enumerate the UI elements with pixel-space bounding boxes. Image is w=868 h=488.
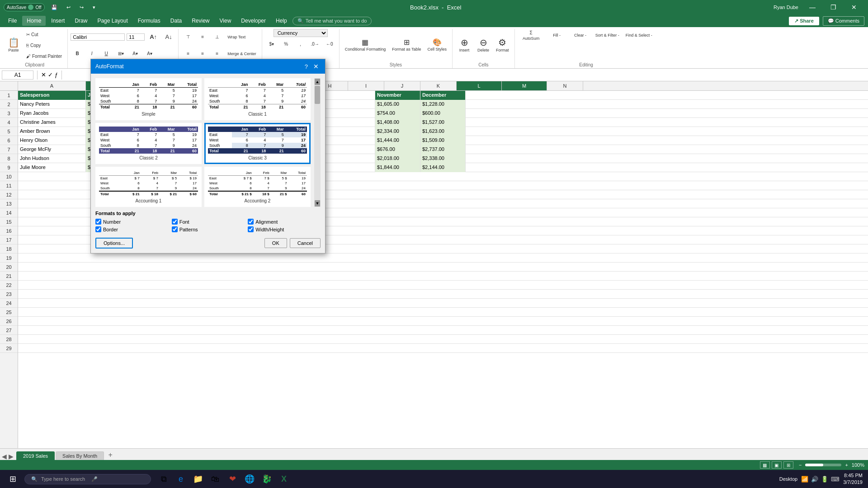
- menu-insert[interactable]: Insert: [47, 16, 69, 26]
- scroll-thumb[interactable]: [315, 86, 320, 104]
- font-checkbox-label[interactable]: Font: [172, 219, 245, 225]
- keyboard-icon[interactable]: ⌨: [831, 476, 840, 483]
- cell-m4[interactable]: $1,527.00: [420, 118, 466, 127]
- alignment-checkbox[interactable]: [248, 219, 254, 225]
- battery-icon[interactable]: 🔋: [821, 476, 828, 483]
- paste-button[interactable]: 📋 Paste: [5, 29, 23, 61]
- redo-button[interactable]: ↪: [77, 4, 86, 11]
- taskbar-explorer[interactable]: 📁: [190, 471, 206, 487]
- align-bottom-button[interactable]: ⊥: [210, 32, 224, 42]
- increase-font-button[interactable]: A↑: [146, 32, 160, 42]
- col-header-j[interactable]: J: [384, 81, 420, 90]
- cell-a1[interactable]: Salesperson: [18, 91, 86, 100]
- font-name-input[interactable]: [71, 33, 125, 41]
- scroll-up-button[interactable]: ▲: [315, 79, 320, 85]
- network-icon[interactable]: 📶: [801, 476, 808, 483]
- cell-m9[interactable]: $2,144.00: [420, 163, 466, 172]
- page-break-view-button[interactable]: ⊞: [783, 461, 793, 469]
- tell-me-input[interactable]: 🔍 Tell me what you want to do: [292, 17, 372, 25]
- undo-button[interactable]: ↩: [64, 4, 73, 11]
- font-checkbox[interactable]: [172, 219, 178, 225]
- align-center-button[interactable]: ≡: [196, 49, 209, 59]
- cell-m7[interactable]: $2,737.00: [420, 145, 466, 154]
- scroll-tabs-right[interactable]: ▶: [9, 453, 14, 460]
- dialog-close-button[interactable]: ✕: [311, 62, 321, 71]
- align-top-button[interactable]: ⊤: [181, 32, 195, 42]
- percent-btn[interactable]: %: [279, 39, 293, 49]
- cancel-formula-button[interactable]: ✕: [41, 71, 46, 78]
- cell-m5[interactable]: $1,623.00: [420, 127, 466, 136]
- format-option-accounting1[interactable]: JanFebMarTotal East$ 7$ 7$ 5$ 19 West647…: [95, 167, 202, 207]
- increase-decimal-btn[interactable]: .0→: [308, 39, 322, 49]
- insert-button[interactable]: ⊕ Insert: [455, 29, 473, 61]
- alignment-checkbox-label[interactable]: Alignment: [248, 219, 321, 225]
- col-header-a[interactable]: A: [18, 81, 86, 90]
- format-option-classic2[interactable]: JanFebMarTotal East77519 West64717 South…: [95, 123, 202, 164]
- decrease-font-button[interactable]: A↓: [162, 32, 175, 42]
- border-checkbox[interactable]: [95, 226, 101, 232]
- taskbar-edge[interactable]: e: [173, 471, 189, 487]
- menu-help[interactable]: Help: [271, 16, 292, 26]
- menu-developer[interactable]: Developer: [236, 16, 270, 26]
- options-button[interactable]: Options...: [95, 238, 133, 249]
- taskbar-task-view[interactable]: ⧉: [156, 471, 172, 487]
- cut-button[interactable]: ✂ Cut: [24, 29, 65, 39]
- dialog-help-button[interactable]: ?: [305, 63, 308, 70]
- cell-l4[interactable]: $1,408.00: [375, 118, 420, 127]
- delete-button[interactable]: ⊖ Delete: [474, 29, 492, 61]
- cancel-button[interactable]: Cancel: [290, 238, 321, 248]
- number-checkbox-label[interactable]: Number: [95, 219, 168, 225]
- autoformat-dialog[interactable]: AutoFormat ? ✕ JanFebMarTotal: [90, 59, 326, 253]
- number-format-select[interactable]: Currency General Number Percentage: [274, 29, 328, 37]
- merge-center-button[interactable]: Merge & Center: [225, 49, 259, 59]
- underline-button[interactable]: U: [99, 49, 113, 59]
- zoom-in-button[interactable]: +: [845, 462, 848, 468]
- cell-m2[interactable]: $1,228.00: [420, 100, 466, 109]
- menu-page-layout[interactable]: Page Layout: [93, 16, 132, 26]
- comments-button[interactable]: 💬 Comments: [823, 16, 864, 26]
- number-checkbox[interactable]: [95, 219, 101, 225]
- zoom-slider[interactable]: [805, 464, 841, 466]
- cell-a7[interactable]: George McFly: [18, 145, 86, 154]
- patterns-checkbox-label[interactable]: Patterns: [172, 226, 245, 232]
- taskbar-search[interactable]: 🔍 Type here to search 🎤: [24, 474, 151, 484]
- cell-a2[interactable]: Nancy Peters: [18, 100, 86, 109]
- normal-view-button[interactable]: ▦: [760, 461, 770, 469]
- format-as-table-button[interactable]: ⊞ Format as Table: [389, 29, 424, 61]
- format-option-classic1[interactable]: JanFebMarTotal East77519 West64717 South…: [204, 78, 311, 120]
- cell-a8[interactable]: John Hudson: [18, 154, 86, 163]
- taskbar-excel[interactable]: X: [276, 471, 292, 487]
- minimize-button[interactable]: ―: [802, 0, 823, 14]
- cell-styles-button[interactable]: 🎨 Cell Styles: [425, 29, 450, 61]
- dialog-scrollbar[interactable]: ▲ ▼: [314, 78, 321, 207]
- customize-qat-button[interactable]: ▾: [90, 4, 98, 11]
- restore-button[interactable]: ❐: [823, 0, 844, 14]
- cell-reference-input[interactable]: [2, 70, 33, 80]
- cell-l8[interactable]: $2,018.00: [375, 154, 420, 163]
- cell-a5[interactable]: Amber Brown: [18, 127, 86, 136]
- cell-a6[interactable]: Henry Olson: [18, 136, 86, 145]
- autosum-button[interactable]: Σ AutoSum: [518, 29, 545, 42]
- widthheight-checkbox-label[interactable]: Width/Height: [248, 226, 321, 232]
- autosave-toggle[interactable]: AutoSave Off: [4, 3, 45, 11]
- find-select-button[interactable]: Find & Select -: [623, 29, 655, 42]
- format-painter-button[interactable]: 🖌 Format Painter: [24, 51, 65, 61]
- cell-m8[interactable]: $2,338.00: [420, 154, 466, 163]
- conditional-formatting-button[interactable]: ▦ Conditional Formatting: [342, 29, 389, 61]
- layout-view-button[interactable]: ▣: [772, 461, 782, 469]
- menu-draw[interactable]: Draw: [70, 16, 92, 26]
- patterns-checkbox[interactable]: [172, 226, 178, 232]
- col-header-k[interactable]: K: [420, 81, 457, 90]
- volume-icon[interactable]: 🔊: [811, 476, 818, 483]
- menu-file[interactable]: File: [4, 16, 21, 26]
- col-header-i[interactable]: I: [348, 81, 384, 90]
- scroll-tabs-left[interactable]: ◀: [2, 453, 7, 460]
- cell-l3[interactable]: $754.00: [375, 109, 420, 118]
- cell-l2[interactable]: $1,605.00: [375, 100, 420, 109]
- cell-a4[interactable]: Christine James: [18, 118, 86, 127]
- confirm-formula-button[interactable]: ✓: [48, 71, 53, 78]
- cell-l6[interactable]: $1,444.00: [375, 136, 420, 145]
- widthheight-checkbox[interactable]: [248, 226, 254, 232]
- align-right-button[interactable]: ≡: [210, 49, 224, 59]
- share-button[interactable]: ↗ Share: [789, 17, 819, 25]
